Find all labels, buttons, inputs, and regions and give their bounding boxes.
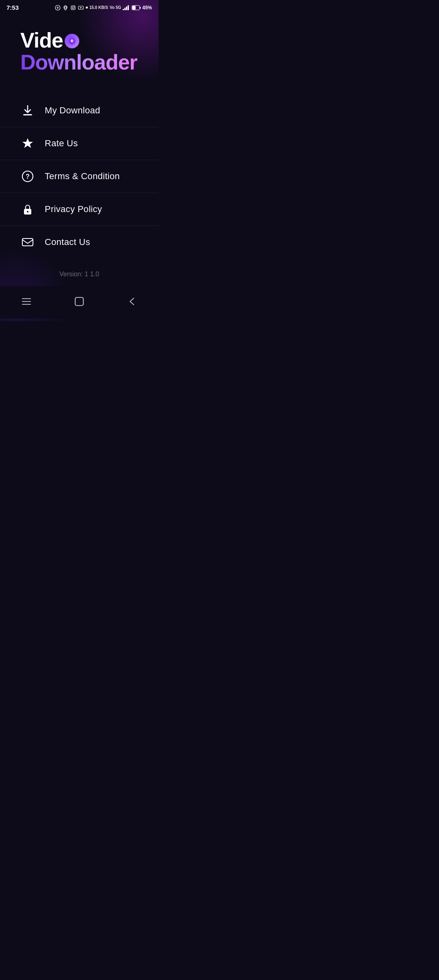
hamburger-nav-button[interactable] [17, 293, 35, 310]
svg-rect-21 [22, 238, 33, 246]
svg-rect-22 [75, 297, 83, 306]
logo-line1: Vide [20, 30, 138, 51]
app-header: Vide Downloader [0, 13, 159, 82]
status-bar: 7:53 15.0 KB/S Vo 5G [0, 0, 159, 13]
logo-download-icon [65, 34, 79, 48]
youtube-icon [78, 5, 84, 11]
bottom-nav [0, 286, 159, 319]
help-circle-icon: ? [20, 169, 35, 184]
menu-item-privacy-policy[interactable]: Privacy Policy [0, 193, 159, 226]
status-time: 7:53 [7, 4, 19, 11]
svg-rect-13 [132, 6, 135, 9]
email-icon [20, 235, 35, 249]
location-icon [63, 5, 68, 11]
notification-dot [86, 7, 88, 9]
svg-rect-2 [71, 6, 75, 10]
menu-item-terms-condition[interactable]: ? Terms & Condition [0, 160, 159, 193]
svg-rect-10 [128, 5, 129, 10]
svg-point-1 [64, 6, 66, 8]
version-text: Version: 1 1.0 [0, 258, 159, 286]
menu-list: My Download Rate Us ? Terms & Condition [0, 94, 159, 258]
svg-point-4 [74, 6, 74, 7]
menu-item-rate-us[interactable]: Rate Us [0, 127, 159, 160]
menu-label-terms-condition: Terms & Condition [45, 171, 120, 182]
svg-text:?: ? [26, 173, 30, 180]
svg-rect-15 [23, 114, 32, 115]
star-icon [20, 136, 35, 151]
lock-icon [20, 202, 35, 217]
status-icons [55, 5, 88, 11]
game-controller-icon [55, 5, 61, 11]
svg-marker-16 [22, 138, 33, 148]
back-nav-button[interactable] [123, 293, 141, 310]
status-battery: 45% [142, 5, 152, 11]
menu-label-rate-us: Rate Us [45, 138, 78, 149]
svg-rect-12 [140, 7, 141, 9]
status-speed: 15.0 KB/S [89, 5, 108, 10]
menu-label-contact-us: Contact Us [45, 237, 90, 247]
svg-rect-7 [123, 9, 124, 10]
instagram-icon [70, 5, 76, 11]
svg-marker-6 [80, 7, 82, 9]
logo-video-text: Vide [20, 30, 63, 51]
download-icon [20, 103, 35, 118]
svg-rect-9 [126, 7, 127, 10]
menu-item-my-download[interactable]: My Download [0, 94, 159, 127]
menu-item-contact-us[interactable]: Contact Us [0, 226, 159, 258]
home-nav-button[interactable] [70, 293, 88, 310]
status-network: Vo 5G [110, 5, 121, 10]
menu-label-my-download: My Download [45, 105, 100, 116]
status-right: 15.0 KB/S Vo 5G 45% [55, 5, 152, 11]
svg-point-3 [72, 7, 74, 9]
signal-icon [123, 5, 130, 10]
svg-point-20 [27, 211, 28, 212]
battery-icon [132, 5, 141, 10]
logo-downloader-text: Downloader [20, 51, 138, 74]
menu-label-privacy-policy: Privacy Policy [45, 204, 102, 215]
svg-rect-8 [124, 8, 126, 10]
